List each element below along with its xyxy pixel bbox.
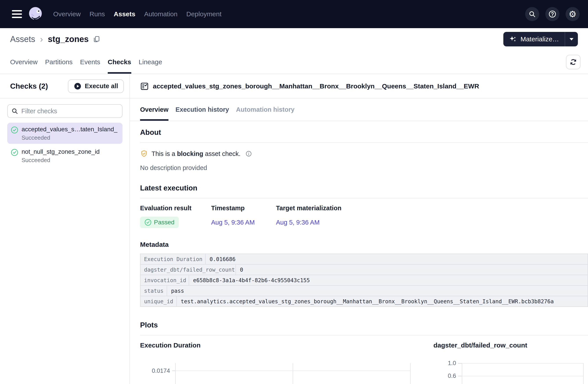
nav-item-assets[interactable]: Assets (114, 10, 135, 18)
metadata-row: Execution Duration 0.016686 (141, 254, 588, 265)
tab-partitions[interactable]: Partitions (45, 50, 73, 74)
blocking-info-button[interactable] (245, 150, 252, 157)
metadata-row: status pass (141, 286, 588, 296)
refresh-button[interactable] (566, 55, 581, 69)
top-nav: Overview Runs Assets Automation Deployme… (0, 0, 588, 28)
nav-item-runs[interactable]: Runs (89, 10, 105, 18)
check-title: accepted_values_stg_zones_borough__Manha… (153, 83, 479, 90)
metadata-row: dagster_dbt/failed_row_count 0 (141, 265, 588, 275)
plots-heading: Plots (140, 321, 588, 329)
checklist-icon (140, 82, 149, 91)
refresh-icon (569, 58, 577, 66)
checks-count-title: Checks (2) (10, 82, 48, 90)
help-icon (548, 10, 557, 18)
blocking-statement: This is a blocking asset check. (151, 150, 241, 157)
materialize-split-button: Materialize… (503, 32, 578, 46)
y-tick-label: 0.0174 (140, 367, 170, 375)
timestamp-link[interactable]: Aug 5, 9:36 AM (211, 219, 255, 226)
check-tab-overview[interactable]: Overview (140, 99, 168, 121)
check-tab-automation-history: Automation history (236, 99, 294, 121)
failed-row-count-chart: dagster_dbt/failed_row_count 1.0 0.6 (433, 341, 588, 384)
check-list-item-accepted-values[interactable]: accepted_values_s…taten_Island_ Succeede… (7, 123, 123, 144)
hamburger-menu-icon[interactable] (12, 10, 22, 18)
latest-execution-heading: Latest execution (140, 184, 588, 192)
info-icon (245, 150, 252, 157)
chart-title: dagster_dbt/failed_row_count (433, 341, 588, 349)
check-detail-panel: accepted_values_stg_zones_borough__Manha… (130, 74, 588, 384)
asset-tab-bar: Overview Partitions Events Checks Lineag… (0, 50, 588, 74)
y-tick-label: 1.0 (433, 359, 456, 367)
tab-lineage[interactable]: Lineage (139, 50, 162, 74)
copy-icon (93, 35, 101, 43)
settings-button[interactable]: ⚙ (566, 7, 580, 21)
breadcrumb-separator-icon: › (40, 34, 43, 44)
check-tab-bar: Overview Execution history Automation hi… (130, 99, 588, 121)
copy-asset-name-button[interactable] (93, 35, 101, 43)
execute-all-button[interactable]: Execute all (68, 79, 124, 93)
nav-item-deployment[interactable]: Deployment (186, 10, 221, 18)
tab-checks[interactable]: Checks (108, 50, 131, 74)
top-nav-items: Overview Runs Assets Automation Deployme… (53, 10, 221, 18)
tab-overview[interactable]: Overview (10, 50, 38, 74)
execution-duration-chart: Execution Duration 0.0174 (140, 341, 433, 384)
breadcrumb-current-asset: stg_zones (48, 35, 89, 44)
nav-item-automation[interactable]: Automation (144, 10, 177, 18)
target-materialization-link[interactable]: Aug 5, 9:36 AM (276, 219, 319, 226)
chevron-down-icon (569, 38, 573, 41)
col-target-materialization: Target materialization (276, 205, 341, 212)
check-tab-execution-history[interactable]: Execution history (175, 99, 229, 121)
check-item-name: not_null_stg_zones_zone_id (21, 148, 100, 156)
check-item-status: Succeeded (21, 134, 117, 141)
about-heading: About (140, 128, 588, 137)
check-item-status: Succeeded (21, 157, 100, 164)
metadata-heading: Metadata (140, 241, 588, 248)
play-circle-icon (74, 82, 82, 90)
check-item-name: accepted_values_s…taten_Island_ (21, 125, 117, 133)
checks-sidebar: Checks (2) Execute all (0, 74, 130, 384)
col-timestamp: Timestamp (211, 205, 276, 212)
shield-check-icon (140, 150, 148, 158)
col-evaluation-result: Evaluation result (140, 205, 211, 212)
gear-icon: ⚙ (569, 10, 577, 19)
filter-search-icon (11, 107, 18, 115)
breadcrumb-assets-link[interactable]: Assets (10, 35, 35, 44)
metadata-row: unique_id test.analytics.accepted_values… (141, 296, 588, 307)
breadcrumb-bar: Assets › stg_zones Materialize… (0, 28, 588, 50)
chart-title: Execution Duration (140, 341, 433, 349)
filter-checks-input[interactable] (7, 104, 123, 118)
materialize-button[interactable]: Materialize… (503, 32, 565, 46)
materialize-dropdown-button[interactable] (565, 32, 578, 46)
materialize-button-label: Materialize… (521, 35, 559, 43)
search-icon (528, 10, 536, 18)
nav-item-overview[interactable]: Overview (53, 10, 81, 18)
check-description: No description provided (140, 164, 588, 171)
metadata-table: Execution Duration 0.016686 dagster_dbt/… (140, 254, 588, 307)
check-list-item-not-null[interactable]: not_null_stg_zones_zone_id Succeeded (7, 145, 123, 166)
tab-events[interactable]: Events (80, 50, 100, 74)
check-success-icon (11, 149, 18, 156)
help-button[interactable] (545, 7, 559, 21)
metadata-row: invocation_id e658b8c8-3a1a-4b4f-82b6-4c… (141, 275, 588, 286)
check-success-icon (11, 126, 18, 134)
y-tick-label: 0.6 (433, 372, 456, 380)
sparkles-icon (509, 35, 517, 43)
dagster-logo[interactable] (28, 6, 43, 22)
search-button[interactable] (525, 7, 539, 21)
passed-badge: Passed (140, 217, 179, 228)
passed-check-icon (145, 219, 151, 226)
